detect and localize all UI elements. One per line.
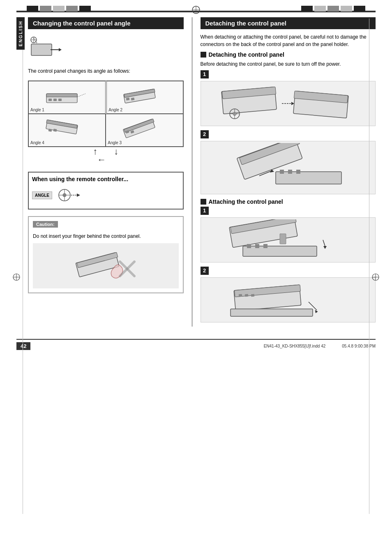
detach-step-1-row: 1 xyxy=(201,70,376,78)
svg-rect-12 xyxy=(48,99,52,101)
svg-marker-64 xyxy=(323,246,327,249)
bar-block-3 xyxy=(53,6,65,12)
angle-adjuster-illustration xyxy=(28,36,65,62)
right-section-title: Detaching the control panel xyxy=(201,17,376,29)
angle-button-label: ANGLE xyxy=(32,191,52,199)
svg-rect-11 xyxy=(46,94,77,97)
angle-1-label: Angle 1 xyxy=(30,108,44,112)
detach-title-text: Detaching the control panel xyxy=(209,51,284,58)
svg-rect-68 xyxy=(245,294,248,297)
svg-line-15 xyxy=(77,94,85,97)
attach-title-square xyxy=(201,199,206,205)
angle-1-cell: Angle 1 xyxy=(28,81,106,114)
svg-marker-72 xyxy=(314,310,318,314)
left-margin-line xyxy=(23,18,23,514)
angle-left-arrow: ← xyxy=(28,154,184,165)
left-column: Changing the control panel angle The xyxy=(28,17,192,327)
detach-step-2-illustration xyxy=(201,141,376,194)
detach-subsection-title: Detaching the control panel xyxy=(201,51,376,58)
bar-block-r1 xyxy=(301,6,313,12)
caution-illustration xyxy=(33,243,179,288)
detach-step-1-illustration xyxy=(201,81,376,126)
footer-file-info: EN41-43_KD-SHX855[U]f.indd 42 xyxy=(264,344,326,348)
detach-intro-text: When detaching or attaching the control … xyxy=(201,33,376,48)
right-margin-line xyxy=(369,18,369,514)
angle-grid: Angle 1 Angle 2 xyxy=(28,81,184,147)
svg-marker-9 xyxy=(59,48,62,51)
attach-step-2-illustration xyxy=(201,277,376,322)
remote-illustration: ANGLE xyxy=(32,185,180,205)
caution-label: Caution: xyxy=(33,221,58,228)
svg-rect-14 xyxy=(58,99,62,101)
angle-2-label: Angle 2 xyxy=(108,108,122,112)
angle-2-inner: Angle 2 xyxy=(106,81,183,114)
footer-bar: 42 EN41-43_KD-SHX855[U]f.indd 42 05.4.8 … xyxy=(0,340,392,352)
main-content: ENGLISH Changing the control panel angle xyxy=(0,17,392,327)
bar-block-r2 xyxy=(314,6,326,12)
center-crosshair xyxy=(191,5,201,16)
page-number: 42 xyxy=(16,342,30,350)
angle-3-label: Angle 3 xyxy=(108,140,122,145)
svg-rect-51 xyxy=(280,170,284,174)
detach-title-square xyxy=(201,52,206,58)
attach-step-2-row: 2 xyxy=(201,267,376,275)
attach-step-1-row: 1 xyxy=(201,207,376,215)
svg-rect-67 xyxy=(239,294,242,297)
svg-marker-33 xyxy=(77,193,80,197)
left-wrapper: ENGLISH Changing the control panel angle xyxy=(16,17,192,327)
angle-4-cell: Angle 4 xyxy=(28,114,106,147)
attach-subsection-title: Attaching the control panel xyxy=(201,198,376,205)
svg-rect-3 xyxy=(31,44,52,55)
angle-3-cell: Angle 3 xyxy=(106,114,183,147)
svg-rect-69 xyxy=(251,294,254,297)
attach-title-text: Attaching the control panel xyxy=(209,198,283,205)
angle-4-label: Angle 4 xyxy=(30,140,44,145)
svg-rect-60 xyxy=(255,244,259,248)
svg-rect-50 xyxy=(276,172,341,184)
bar-block-r5 xyxy=(354,6,365,12)
bar-block-1 xyxy=(27,6,38,12)
remote-controller-box: When using the remote controller... ANGL… xyxy=(28,172,184,210)
bar-block-r4 xyxy=(341,6,352,12)
detach-before-text: Before detaching the control panel, be s… xyxy=(201,60,376,68)
svg-rect-58 xyxy=(243,246,317,256)
detach-step-2-row: 2 xyxy=(201,130,376,138)
svg-rect-52 xyxy=(288,170,292,174)
sidebar-label: ENGLISH xyxy=(16,17,25,50)
detach-step-2-number: 2 xyxy=(201,130,209,138)
right-crosshair-marker xyxy=(371,273,380,282)
bar-block-r3 xyxy=(327,6,339,12)
svg-rect-53 xyxy=(296,170,300,174)
remote-box-title: When using the remote controller... xyxy=(32,176,180,182)
angle-2-cell: Angle 2 xyxy=(106,81,183,114)
right-column: Detaching the control panel When detachi… xyxy=(192,17,376,327)
attach-step-1-number: 1 xyxy=(201,207,209,215)
svg-rect-70 xyxy=(231,309,313,316)
svg-rect-13 xyxy=(53,99,57,101)
bar-block-2 xyxy=(40,6,51,12)
svg-line-63 xyxy=(323,240,325,246)
svg-rect-61 xyxy=(263,244,267,248)
footer-timestamp: 05.4.8 9:00:38 PM xyxy=(342,344,376,348)
left-section-title: Changing the control panel angle xyxy=(28,17,184,29)
caution-box: Caution: Do not insert your finger behin… xyxy=(28,216,184,293)
attach-step-2-number: 2 xyxy=(201,267,209,275)
footer-info: EN41-43_KD-SHX855[U]f.indd 42 05.4.8 9:0… xyxy=(264,344,376,348)
svg-rect-62 xyxy=(280,234,286,244)
svg-rect-59 xyxy=(247,244,251,248)
bar-block-5 xyxy=(79,6,91,12)
top-decorative-bar xyxy=(0,0,392,11)
bar-block-4 xyxy=(66,6,78,12)
left-crosshair-marker xyxy=(12,273,21,282)
detach-step-1-number: 1 xyxy=(201,70,209,78)
angle-intro-text: The control panel changes its angle as f… xyxy=(28,67,184,75)
attach-step-1-illustration xyxy=(201,217,376,263)
footer-area: 42 EN41-43_KD-SHX855[U]f.indd 42 05.4.8 … xyxy=(0,339,392,352)
caution-text: Do not insert your finger behind the con… xyxy=(33,233,179,240)
